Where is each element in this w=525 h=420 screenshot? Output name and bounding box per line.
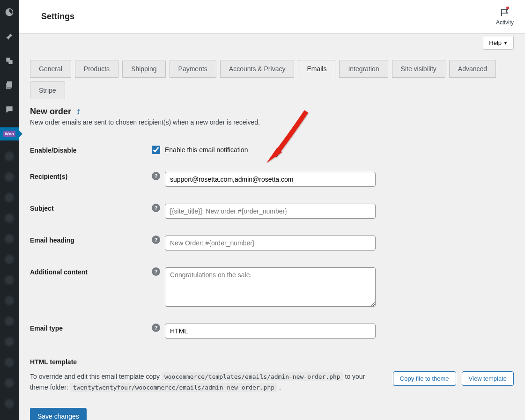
settings-tabs: General Products Shipping Payments Accou… <box>30 60 514 99</box>
activity-notification-dot <box>506 7 509 9</box>
template-dest-path: twentytwentyfour/woocommerce/emails/admi… <box>70 383 277 392</box>
subject-input[interactable] <box>165 204 376 219</box>
tab-stripe[interactable]: Stripe <box>30 81 65 99</box>
sidebar-woocommerce-icon[interactable]: Woo <box>0 127 19 140</box>
template-description: To override and edit this email template… <box>30 371 374 393</box>
email-type-select[interactable]: HTML <box>165 324 376 339</box>
tab-emails[interactable]: Emails <box>298 60 335 78</box>
sidebar-blurred-item[interactable] <box>5 214 14 223</box>
help-tip-icon[interactable]: ? <box>152 204 160 212</box>
sidebar-blurred-item[interactable] <box>5 399 14 408</box>
activity-label: Activity <box>496 19 514 26</box>
sidebar-blurred-item[interactable] <box>5 193 14 202</box>
tab-products[interactable]: Products <box>75 60 118 78</box>
help-tip-icon[interactable]: ? <box>152 267 160 276</box>
label-recipients: Recipient(s) <box>30 163 152 195</box>
admin-sidebar: Woo <box>0 0 19 420</box>
sidebar-blurred-item[interactable] <box>5 275 14 285</box>
sidebar-blurred-item[interactable] <box>5 172 14 182</box>
sidebar-blurred-item[interactable] <box>5 234 14 243</box>
additional-content-textarea[interactable] <box>165 267 376 307</box>
help-tip-icon[interactable]: ? <box>152 324 160 332</box>
section-description: New order emails are sent to chosen reci… <box>30 118 514 126</box>
help-tip-icon[interactable]: ? <box>152 236 160 244</box>
section-title: New order ⤴ <box>30 107 514 117</box>
label-additional-content: Additional content <box>30 259 152 315</box>
label-email-type: Email type <box>30 315 152 347</box>
save-changes-button[interactable]: Save changes <box>30 408 87 420</box>
recipients-input[interactable] <box>165 172 376 187</box>
enable-checkbox-label[interactable]: Enable this email notification <box>165 146 248 154</box>
tab-general[interactable]: General <box>30 60 71 78</box>
sidebar-pages-icon[interactable] <box>0 79 19 92</box>
topbar: Settings Activity <box>19 0 525 34</box>
sidebar-dashboard-icon[interactable] <box>0 6 19 19</box>
copy-file-button[interactable]: Copy file to theme <box>393 371 456 386</box>
sidebar-blurred-item[interactable] <box>5 317 14 326</box>
enable-checkbox[interactable] <box>152 146 160 154</box>
label-subject: Subject <box>30 195 152 227</box>
help-tip-icon[interactable]: ? <box>152 172 160 180</box>
main-content: Settings Activity Help General Products … <box>19 0 525 420</box>
sidebar-blurred-item[interactable] <box>5 358 14 367</box>
tab-advanced[interactable]: Advanced <box>449 60 496 78</box>
heading-input[interactable] <box>165 236 376 251</box>
label-heading: Email heading <box>30 227 152 259</box>
tab-accounts-privacy[interactable]: Accounts & Privacy <box>220 60 295 78</box>
help-dropdown[interactable]: Help <box>483 37 514 50</box>
tab-shipping[interactable]: Shipping <box>122 60 166 78</box>
sidebar-blurred-item[interactable] <box>5 378 14 388</box>
template-source-path: woocommerce/templates/emails/admin-new-o… <box>162 372 343 381</box>
back-link[interactable]: ⤴ <box>77 108 80 116</box>
sidebar-blurred-item[interactable] <box>5 255 14 264</box>
tab-integration[interactable]: Integration <box>339 60 388 78</box>
sidebar-blurred-item[interactable] <box>5 152 14 161</box>
tab-site-visibility[interactable]: Site visibility <box>392 60 445 78</box>
sidebar-media-icon[interactable] <box>0 54 19 67</box>
sidebar-comments-icon[interactable] <box>0 103 19 116</box>
woo-badge: Woo <box>3 131 15 137</box>
tab-payments[interactable]: Payments <box>170 60 216 78</box>
sidebar-blurred-item[interactable] <box>5 337 14 346</box>
sidebar-pin-icon[interactable] <box>0 30 19 43</box>
label-enable: Enable/Disable <box>30 137 152 163</box>
view-template-button[interactable]: View template <box>462 371 514 386</box>
activity-button[interactable]: Activity <box>496 7 514 26</box>
sidebar-blurred-item[interactable] <box>5 296 14 305</box>
template-title: HTML template <box>30 358 514 366</box>
page-title: Settings <box>41 12 74 22</box>
